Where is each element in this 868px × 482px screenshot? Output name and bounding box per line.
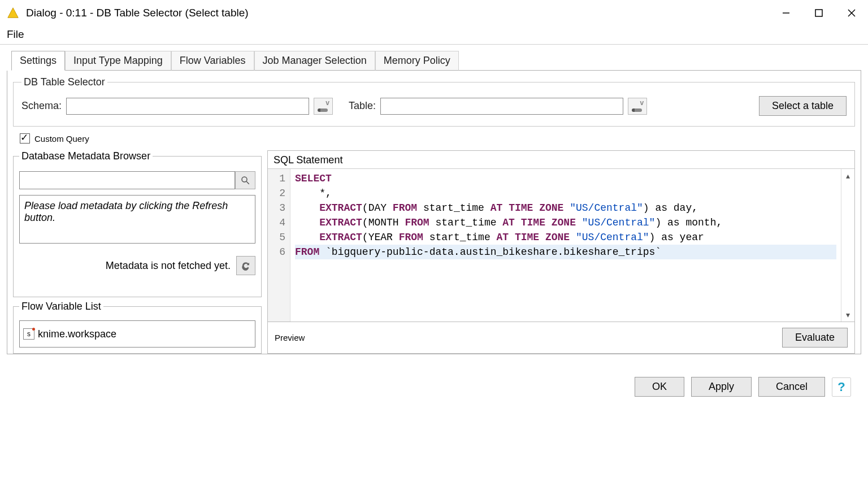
table-flowvar-button[interactable] xyxy=(628,98,647,115)
close-button[interactable] xyxy=(835,0,868,26)
tab-settings[interactable]: Settings xyxy=(11,51,65,71)
flow-variable-list-legend: Flow Variable List xyxy=(19,301,103,312)
schema-label: Schema: xyxy=(21,100,62,112)
apply-button[interactable]: Apply xyxy=(691,377,752,397)
metadata-search-input[interactable] xyxy=(19,171,235,189)
select-table-button[interactable]: Select a table xyxy=(759,96,847,116)
evaluate-button[interactable]: Evaluate xyxy=(782,328,848,348)
sql-line-gutter: 1 2 3 4 5 6 xyxy=(268,169,290,322)
flow-variable-list[interactable]: s knime.workspace xyxy=(19,320,255,348)
preview-label: Preview xyxy=(275,333,305,342)
custom-query-row: Custom Query xyxy=(13,127,855,150)
tab-panel-settings: DB Table Selector Schema: Table: Select … xyxy=(7,71,861,354)
tab-flow-variables[interactable]: Flow Variables xyxy=(171,51,254,71)
scroll-up-icon[interactable]: ▴ xyxy=(846,171,850,180)
custom-query-label: Custom Query xyxy=(34,134,89,144)
scroll-down-icon[interactable]: ▾ xyxy=(846,310,850,319)
window-title: Dialog - 0:11 - DB Table Selector (Selec… xyxy=(26,7,249,19)
tab-strip: SettingsInput Type MappingFlow Variables… xyxy=(11,50,861,71)
metadata-browser-legend: Database Metadata Browser xyxy=(19,150,153,162)
flowvar-item-label: knime.workspace xyxy=(38,328,116,340)
menubar: File xyxy=(0,26,868,45)
schema-input[interactable] xyxy=(66,98,309,115)
metadata-status: Metadata is not fetched yet. xyxy=(106,260,231,272)
flow-variable-list-panel: Flow Variable List s knime.workspace xyxy=(13,301,262,354)
sql-editor[interactable]: SELECT *, EXTRACT(DAY FROM start_time AT… xyxy=(290,169,841,322)
help-button[interactable]: ? xyxy=(832,377,851,397)
cancel-button[interactable]: Cancel xyxy=(758,377,825,397)
metadata-browser-panel: Database Metadata Browser Please load me… xyxy=(13,150,262,297)
preview-bar: Preview Evaluate xyxy=(267,322,855,354)
flowvar-type-icon: s xyxy=(23,328,34,340)
svg-rect-2 xyxy=(815,10,822,16)
sql-scrollbar[interactable]: ▴ ▾ xyxy=(841,169,854,322)
metadata-refresh-button[interactable] xyxy=(236,256,255,275)
table-label: Table: xyxy=(349,100,376,112)
schema-flowvar-button[interactable] xyxy=(314,98,333,115)
menu-file[interactable]: File xyxy=(7,28,24,40)
sql-statement-panel: SQL Statement 1 2 3 4 5 6 SELECT *, EXTR… xyxy=(267,150,855,322)
tab-job-manager-selection[interactable]: Job Manager Selection xyxy=(254,51,375,71)
metadata-message: Please load metadata by clicking the Ref… xyxy=(19,195,255,244)
dialog-footer: OK Apply Cancel ? xyxy=(7,354,861,402)
db-table-selector-legend: DB Table Selector xyxy=(21,76,107,88)
table-input[interactable] xyxy=(380,98,623,115)
minimize-button[interactable] xyxy=(770,0,802,26)
tab-input-type-mapping[interactable]: Input Type Mapping xyxy=(65,51,171,71)
svg-marker-0 xyxy=(8,8,18,18)
metadata-search-button[interactable] xyxy=(235,171,255,189)
svg-point-5 xyxy=(242,177,247,182)
maximize-button[interactable] xyxy=(802,0,835,26)
tab-memory-policy[interactable]: Memory Policy xyxy=(375,51,459,71)
svg-line-6 xyxy=(246,181,249,184)
custom-query-checkbox[interactable] xyxy=(20,133,30,144)
ok-button[interactable]: OK xyxy=(635,377,684,397)
window-controls xyxy=(770,0,868,26)
db-table-selector-group: DB Table Selector Schema: Table: Select … xyxy=(13,76,855,127)
sql-statement-legend: SQL Statement xyxy=(268,151,854,168)
titlebar: Dialog - 0:11 - DB Table Selector (Selec… xyxy=(0,0,868,26)
app-icon xyxy=(7,7,19,19)
